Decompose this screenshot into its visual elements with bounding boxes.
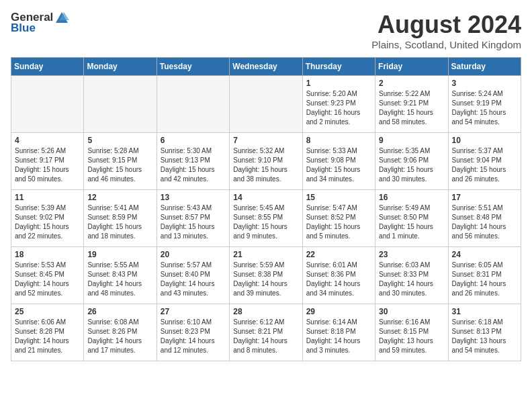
day-number: 12: [87, 193, 152, 202]
calendar-cell: 2Sunrise: 5:22 AMSunset: 9:21 PMDaylight…: [375, 76, 448, 133]
day-number: 24: [452, 250, 517, 259]
calendar-cell: 11Sunrise: 5:39 AMSunset: 9:02 PMDayligh…: [11, 190, 84, 247]
logo-icon: [54, 11, 69, 24]
day-info: Sunrise: 6:03 AMSunset: 8:33 PMDaylight:…: [379, 261, 444, 298]
calendar-cell: 29Sunrise: 6:14 AMSunset: 8:18 PMDayligh…: [302, 304, 375, 361]
day-info: Sunrise: 5:53 AMSunset: 8:45 PMDaylight:…: [15, 261, 80, 298]
day-number: 3: [452, 79, 517, 88]
calendar-cell: 30Sunrise: 6:16 AMSunset: 8:15 PMDayligh…: [375, 304, 448, 361]
col-saturday: Saturday: [448, 58, 521, 76]
calendar-cell: 19Sunrise: 5:55 AMSunset: 8:43 PMDayligh…: [84, 247, 157, 304]
day-info: Sunrise: 5:37 AMSunset: 9:04 PMDaylight:…: [452, 146, 517, 184]
day-number: 20: [161, 250, 226, 259]
day-number: 17: [452, 193, 517, 202]
calendar-cell: 8Sunrise: 5:33 AMSunset: 9:08 PMDaylight…: [302, 133, 375, 190]
logo-blue-text: Blue: [11, 21, 36, 35]
day-info: Sunrise: 6:12 AMSunset: 8:21 PMDaylight:…: [233, 318, 298, 355]
day-number: 9: [379, 136, 444, 145]
day-info: Sunrise: 6:05 AMSunset: 8:31 PMDaylight:…: [452, 261, 517, 298]
calendar-cell: 27Sunrise: 6:10 AMSunset: 8:23 PMDayligh…: [157, 304, 229, 361]
day-number: 6: [161, 136, 226, 145]
calendar-cell: 3Sunrise: 5:24 AMSunset: 9:19 PMDaylight…: [448, 76, 521, 133]
calendar-cell: 7Sunrise: 5:32 AMSunset: 9:10 PMDaylight…: [230, 133, 302, 190]
calendar-cell: 5Sunrise: 5:28 AMSunset: 9:15 PMDaylight…: [84, 133, 157, 190]
col-friday: Friday: [375, 58, 448, 76]
calendar-week-row: 4Sunrise: 5:26 AMSunset: 9:17 PMDaylight…: [11, 133, 521, 190]
day-info: Sunrise: 5:59 AMSunset: 8:38 PMDaylight:…: [233, 261, 298, 298]
page-subtitle: Plains, Scotland, United Kingdom: [371, 39, 521, 50]
day-info: Sunrise: 5:33 AMSunset: 9:08 PMDaylight:…: [306, 146, 371, 184]
day-info: Sunrise: 5:57 AMSunset: 8:40 PMDaylight:…: [161, 261, 226, 298]
calendar-week-row: 25Sunrise: 6:06 AMSunset: 8:28 PMDayligh…: [11, 304, 521, 361]
day-info: Sunrise: 5:43 AMSunset: 8:57 PMDaylight:…: [161, 203, 226, 241]
calendar-cell: 18Sunrise: 5:53 AMSunset: 8:45 PMDayligh…: [11, 247, 84, 304]
day-info: Sunrise: 5:41 AMSunset: 8:59 PMDaylight:…: [87, 203, 152, 241]
calendar-cell: 14Sunrise: 5:45 AMSunset: 8:55 PMDayligh…: [230, 190, 302, 247]
day-number: 18: [15, 250, 80, 259]
day-info: Sunrise: 5:24 AMSunset: 9:19 PMDaylight:…: [452, 89, 517, 127]
calendar-cell: 4Sunrise: 5:26 AMSunset: 9:17 PMDaylight…: [11, 133, 84, 190]
calendar-cell: 9Sunrise: 5:35 AMSunset: 9:06 PMDaylight…: [375, 133, 448, 190]
col-monday: Monday: [84, 58, 157, 76]
day-number: 4: [15, 136, 80, 145]
calendar-cell: 17Sunrise: 5:51 AMSunset: 8:48 PMDayligh…: [448, 190, 521, 247]
day-number: 26: [87, 307, 152, 316]
calendar-cell: 6Sunrise: 5:30 AMSunset: 9:13 PMDaylight…: [157, 133, 229, 190]
day-info: Sunrise: 5:47 AMSunset: 8:52 PMDaylight:…: [306, 203, 371, 241]
col-sunday: Sunday: [11, 58, 84, 76]
calendar-cell: 21Sunrise: 5:59 AMSunset: 8:38 PMDayligh…: [230, 247, 302, 304]
title-area: August 2024 Plains, Scotland, United Kin…: [371, 11, 521, 50]
day-info: Sunrise: 6:08 AMSunset: 8:26 PMDaylight:…: [87, 318, 152, 355]
day-info: Sunrise: 6:18 AMSunset: 8:13 PMDaylight:…: [452, 318, 517, 355]
day-number: 7: [233, 136, 298, 145]
calendar-cell: 10Sunrise: 5:37 AMSunset: 9:04 PMDayligh…: [448, 133, 521, 190]
calendar-table: Sunday Monday Tuesday Wednesday Thursday…: [11, 57, 521, 361]
calendar-cell: 31Sunrise: 6:18 AMSunset: 8:13 PMDayligh…: [448, 304, 521, 361]
day-info: Sunrise: 5:22 AMSunset: 9:21 PMDaylight:…: [379, 89, 444, 127]
day-number: 31: [452, 307, 517, 316]
day-info: Sunrise: 5:39 AMSunset: 9:02 PMDaylight:…: [15, 203, 80, 241]
day-number: 10: [452, 136, 517, 145]
calendar-cell: 15Sunrise: 5:47 AMSunset: 8:52 PMDayligh…: [302, 190, 375, 247]
day-number: 16: [379, 193, 444, 202]
day-info: Sunrise: 5:20 AMSunset: 9:23 PMDaylight:…: [306, 89, 371, 127]
day-number: 29: [306, 307, 371, 316]
day-info: Sunrise: 6:14 AMSunset: 8:18 PMDaylight:…: [306, 318, 371, 355]
day-info: Sunrise: 5:26 AMSunset: 9:17 PMDaylight:…: [15, 146, 80, 184]
page-title: August 2024: [371, 11, 521, 39]
calendar-week-row: 11Sunrise: 5:39 AMSunset: 9:02 PMDayligh…: [11, 190, 521, 247]
calendar-cell: 23Sunrise: 6:03 AMSunset: 8:33 PMDayligh…: [375, 247, 448, 304]
logo: General Blue: [11, 11, 69, 35]
day-info: Sunrise: 5:35 AMSunset: 9:06 PMDaylight:…: [379, 146, 444, 184]
col-thursday: Thursday: [302, 58, 375, 76]
day-info: Sunrise: 5:55 AMSunset: 8:43 PMDaylight:…: [87, 261, 152, 298]
day-number: 1: [306, 79, 371, 88]
day-number: 19: [87, 250, 152, 259]
calendar-cell: 26Sunrise: 6:08 AMSunset: 8:26 PMDayligh…: [84, 304, 157, 361]
day-number: 25: [15, 307, 80, 316]
day-number: 23: [379, 250, 444, 259]
calendar-cell: 25Sunrise: 6:06 AMSunset: 8:28 PMDayligh…: [11, 304, 84, 361]
day-number: 11: [15, 193, 80, 202]
day-number: 8: [306, 136, 371, 145]
calendar-cell: 28Sunrise: 6:12 AMSunset: 8:21 PMDayligh…: [230, 304, 302, 361]
calendar-week-row: 1Sunrise: 5:20 AMSunset: 9:23 PMDaylight…: [11, 76, 521, 133]
day-number: 15: [306, 193, 371, 202]
day-info: Sunrise: 5:28 AMSunset: 9:15 PMDaylight:…: [87, 146, 152, 184]
calendar-cell: [11, 76, 84, 133]
day-number: 5: [87, 136, 152, 145]
day-number: 13: [161, 193, 226, 202]
day-info: Sunrise: 6:06 AMSunset: 8:28 PMDaylight:…: [15, 318, 80, 355]
day-number: 22: [306, 250, 371, 259]
day-number: 2: [379, 79, 444, 88]
page-header: General Blue August 2024 Plains, Scotlan…: [11, 11, 521, 50]
calendar-cell: 24Sunrise: 6:05 AMSunset: 8:31 PMDayligh…: [448, 247, 521, 304]
calendar-cell: 13Sunrise: 5:43 AMSunset: 8:57 PMDayligh…: [157, 190, 229, 247]
calendar-cell: [157, 76, 229, 133]
day-number: 30: [379, 307, 444, 316]
calendar-cell: 16Sunrise: 5:49 AMSunset: 8:50 PMDayligh…: [375, 190, 448, 247]
day-info: Sunrise: 5:45 AMSunset: 8:55 PMDaylight:…: [233, 203, 298, 241]
calendar-week-row: 18Sunrise: 5:53 AMSunset: 8:45 PMDayligh…: [11, 247, 521, 304]
day-info: Sunrise: 5:51 AMSunset: 8:48 PMDaylight:…: [452, 203, 517, 241]
day-number: 21: [233, 250, 298, 259]
